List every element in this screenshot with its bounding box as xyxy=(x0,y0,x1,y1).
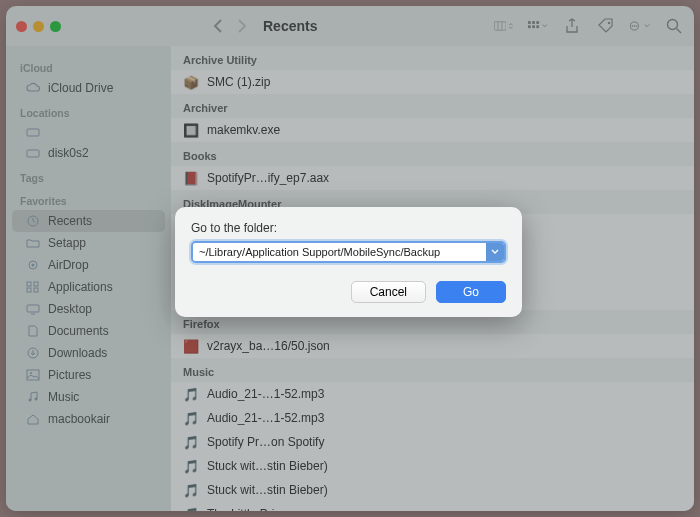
folder-path-input[interactable] xyxy=(193,243,486,261)
go-button[interactable]: Go xyxy=(436,281,506,303)
dialog-label: Go to the folder: xyxy=(191,221,506,235)
cancel-button[interactable]: Cancel xyxy=(351,281,426,303)
go-to-folder-dialog: Go to the folder: Cancel Go xyxy=(175,207,522,317)
folder-path-combo[interactable] xyxy=(191,241,506,263)
dropdown-toggle-icon[interactable] xyxy=(486,243,504,261)
